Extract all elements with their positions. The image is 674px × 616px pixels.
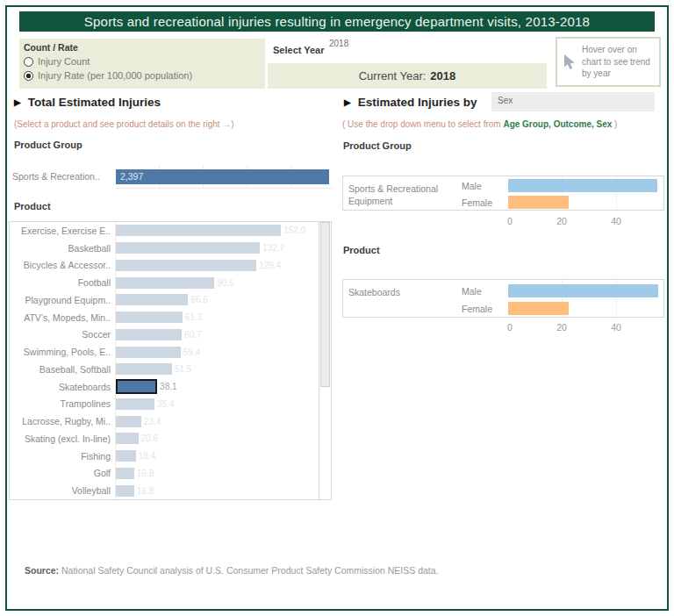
sex-row-male: Male [462,179,657,192]
sex-group-label: Sports & Recreational Equipment [348,183,462,207]
sex-group-label: Skateboards [348,286,462,298]
female-label: Female [462,197,508,208]
product-bar[interactable] [116,398,154,410]
product-bar-cell: 18.4 [115,448,319,465]
product-bar[interactable] [116,225,281,236]
source-label: Source: [25,565,59,576]
product-bar-value: 66.6 [190,295,207,304]
axis-tick: 40 [611,216,621,226]
product-bar-cell: 20.6 [115,430,319,448]
product-row-label: Basketball [10,243,115,254]
product-bar-cell: 90.5 [115,274,319,291]
product-row[interactable]: Skating (excl. In-line) 20.6 [10,430,319,448]
product-bar-value: 129.4 [259,261,281,270]
product-bar[interactable] [116,347,181,358]
product-group-chart: Sports & Recreation.. 2,397 [9,165,332,188]
product-bar[interactable] [116,379,157,394]
product-bar[interactable] [116,433,139,444]
right-heading-text: Estimated Injuries by [358,96,477,109]
select-year-dropdown[interactable]: 2018 [329,39,348,48]
product-bar[interactable] [116,260,256,271]
product-row[interactable]: Skateboards 38.1 [10,378,319,396]
product-row-label: Soccer [10,329,115,340]
product-bar[interactable] [116,277,214,289]
product-row[interactable]: Basketball 132.7 [10,240,319,257]
product-bar[interactable] [116,312,183,323]
product-bar-value: 20.6 [141,433,158,443]
product-section-label: Product [14,201,51,211]
product-row[interactable]: Lacrosse, Rugby, Mi.. 23.4 [10,412,319,430]
product-row[interactable]: Trampolines 35.4 [10,396,319,413]
product-bar-cell: 16.8 [115,482,319,499]
male-bar[interactable] [508,284,658,297]
radio-injury-rate-label: Injury Rate (per 100,000 population) [38,70,192,81]
product-bar-value: 90.5 [217,278,233,288]
product-bar[interactable] [116,242,260,254]
product-bar-value: 23.4 [144,417,161,426]
sex-row-female: Female [462,302,569,315]
product-row-label: Baseball, Softball [10,364,115,375]
female-bar[interactable] [508,196,569,209]
product-bar[interactable] [116,294,188,305]
product-row[interactable]: Swimming, Pools, E.. 59.4 [10,343,319,361]
product-row[interactable]: Baseball, Softball 51.5 [10,361,319,378]
product-row[interactable]: Fishing 18.4 [10,448,319,465]
product-bar-cell: 35.4 [115,396,319,413]
product-bar-cell: 38.1 [115,378,319,396]
product-row[interactable]: Volleyball 16.8 [10,482,319,499]
product-bar[interactable] [116,485,134,497]
female-bar[interactable] [508,302,569,315]
product-bar[interactable] [116,468,134,479]
radio-unselected-icon[interactable] [24,57,33,67]
radio-injury-rate[interactable]: Injury Rate (per 100,000 population) [24,68,265,82]
product-row[interactable]: Golf 16.8 [10,465,319,483]
radio-selected-icon[interactable] [24,71,33,81]
product-row[interactable]: Bicycles & Accessor.. 129.4 [10,257,319,275]
product-bar-cell: 23.4 [115,412,319,430]
product-row[interactable]: Exercise, Exercise E.. 152.0 [10,222,319,240]
product-row-label: Fishing [10,451,115,462]
male-bar[interactable] [508,179,657,192]
dashboard-root: Sports and recreational injuries resulti… [0,0,674,616]
right-note-highlight: Age Group, Outcome, Sex [503,119,612,129]
sex-row-female: Female [462,196,569,209]
product-row-label: Bicycles & Accessor.. [10,260,115,270]
product-group-bar[interactable]: 2,397 [116,169,329,184]
product-row[interactable]: Football 90.5 [10,274,319,291]
product-bar-cell: 61.3 [115,309,319,326]
male-label: Male [462,181,508,191]
left-note: (Select a product and see product detail… [14,119,234,129]
product-bar-cell: 152.0 [115,222,319,240]
axis-tick: 0 [507,322,513,333]
product-bar[interactable] [116,450,136,462]
product-row[interactable]: ATV’s, Mopeds, Min.. 61.3 [10,309,319,326]
product-bar-chart: Exercise, Exercise E.. 152.0 Basketball … [9,221,332,500]
expand-icon: ▶ [344,97,351,107]
product-bar[interactable] [116,363,172,375]
product-bar-value: 60.7 [184,330,201,340]
product-group-plot-area: 2,397 [116,165,332,189]
right-note-prefix: ( Use the drop down menu to select from [342,119,503,129]
cursor-arrow-icon [562,54,577,70]
scrollbar[interactable] [319,222,331,499]
radio-injury-count[interactable]: Injury Count [24,54,265,68]
axis-tick: 40 [611,322,621,333]
scrollbar-thumb[interactable] [320,222,330,387]
sex-row-male: Male [462,284,658,297]
breakdown-dropdown[interactable]: Sex [491,92,655,111]
product-bar-cell: 16.8 [115,465,319,483]
product-row[interactable]: Playground Equipm.. 66.6 [10,291,319,309]
product-row[interactable]: Soccer 60.7 [10,326,319,344]
product-bar[interactable] [116,329,182,340]
product-row-label: Lacrosse, Rugby, Mi.. [10,416,115,426]
product-bar[interactable] [116,416,141,427]
product-bar-cell: 132.7 [115,240,319,257]
left-section-heading: ▶ Total Estimated Injuries [14,96,161,109]
page-title: Sports and recreational injuries resulti… [84,14,590,29]
left-heading-text: Total Estimated Injuries [28,96,161,109]
right-section-heading: ▶ Estimated Injuries by [344,96,477,109]
axis-tick: 20 [556,322,567,333]
sex-product-group-label: Product Group [343,140,412,151]
product-row-label: Playground Equipm.. [10,295,115,305]
product-bar-value: 152.0 [283,226,305,235]
